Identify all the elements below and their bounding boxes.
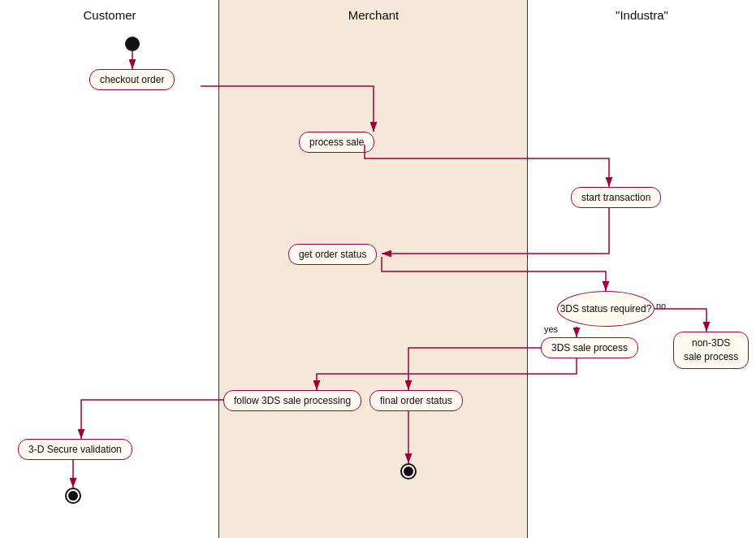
customer-header: Customer	[0, 0, 219, 28]
3ds-status-required-node: 3DS status required?	[557, 291, 654, 327]
3ds-sale-process-node: 3DS sale process	[541, 337, 638, 358]
swimlane-industra	[528, 0, 756, 538]
start-node	[125, 37, 140, 51]
no-label: no	[656, 301, 666, 310]
process-sale-node: process sale	[299, 132, 374, 153]
start-transaction-node: start transaction	[571, 187, 661, 208]
diagram-container: Customer Merchant "Industra" checkout or…	[0, 0, 756, 538]
get-order-status-node: get order status	[288, 244, 377, 265]
end-node-customer	[65, 488, 81, 504]
industra-header: "Industra"	[528, 0, 756, 28]
3d-secure-validation-node: 3-D Secure validation	[18, 439, 132, 460]
swimlane-merchant	[219, 0, 528, 538]
follow-3ds-sale-processing-node: follow 3DS sale processing	[223, 390, 361, 411]
end-node-merchant	[400, 463, 417, 479]
merchant-header: Merchant	[219, 0, 528, 28]
final-order-status-node: final order status	[369, 390, 463, 411]
checkout-order-node: checkout order	[89, 69, 175, 90]
non-3ds-sale-process-node: non-3DS sale process	[673, 332, 749, 369]
yes-label: yes	[544, 324, 558, 334]
end-node-customer-inner	[68, 491, 78, 501]
end-node-merchant-inner	[404, 466, 413, 476]
